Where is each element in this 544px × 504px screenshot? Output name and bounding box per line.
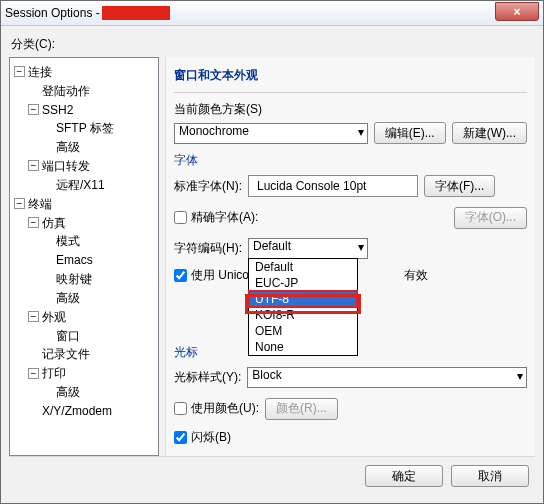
encoding-dropdown-list: Default EUC-JP UTF-8 KOI8-R OEM None	[248, 258, 358, 356]
tree-node-logfile[interactable]: 记录文件	[28, 344, 156, 363]
std-font-label: 标准字体(N):	[174, 178, 242, 195]
collapse-icon[interactable]: −	[28, 160, 39, 171]
tree-node-login[interactable]: 登陆动作	[28, 81, 156, 100]
use-color-checkbox[interactable]: 使用颜色(U):	[174, 400, 259, 417]
tree-node-sftp[interactable]: SFTP 标签	[42, 118, 156, 137]
tree-node-mapkeys[interactable]: 映射键	[42, 269, 156, 288]
new-button[interactable]: 新建(W)...	[452, 122, 527, 144]
blink-check[interactable]	[174, 431, 187, 444]
valid-suffix: 有效	[404, 267, 428, 284]
encoding-option-utf8[interactable]: UTF-8	[249, 291, 357, 307]
close-icon: ×	[513, 5, 520, 19]
collapse-icon[interactable]: −	[14, 66, 25, 77]
dialog-window: Session Options - × 分类(C): −连接 登陆动作 −SSH…	[0, 0, 544, 504]
tree-node-window[interactable]: 窗口	[42, 326, 156, 345]
font-button[interactable]: 字体(F)...	[424, 175, 495, 197]
use-color-check[interactable]	[174, 402, 187, 415]
tree-node-emacs[interactable]: Emacs	[42, 250, 156, 269]
font-button-2: 字体(O)...	[454, 207, 527, 229]
tree-node-connection[interactable]: −连接 登陆动作 −SSH2 SFTP 标签 高级 −端口转发	[14, 62, 156, 194]
tree-node-print[interactable]: −打印 高级	[28, 363, 156, 401]
tree-node-ssh2[interactable]: −SSH2 SFTP 标签 高级	[28, 100, 156, 156]
tree-node-ssh2-adv[interactable]: 高级	[42, 137, 156, 156]
scheme-label: 当前颜色方案(S)	[174, 101, 527, 118]
ok-button[interactable]: 确定	[365, 465, 443, 487]
encoding-option-oem[interactable]: OEM	[249, 323, 357, 339]
encoding-option-koi8r[interactable]: KOI8-R	[249, 307, 357, 323]
tree-node-portfwd[interactable]: −端口转发 远程/X11	[28, 156, 156, 194]
main-row: −连接 登陆动作 −SSH2 SFTP 标签 高级 −端口转发	[9, 57, 535, 456]
font-heading: 字体	[174, 152, 527, 169]
cursor-style-label: 光标样式(Y):	[174, 369, 241, 386]
cancel-button[interactable]: 取消	[451, 465, 529, 487]
scheme-select[interactable]: Monochrome	[174, 123, 368, 144]
exact-font-check[interactable]	[174, 211, 187, 224]
cursor-style-value: Block	[247, 367, 527, 388]
collapse-icon[interactable]: −	[28, 104, 39, 115]
tree-node-remote-x11[interactable]: 远程/X11	[42, 175, 156, 194]
tree-node-appearance[interactable]: −外观 窗口	[28, 307, 156, 345]
category-tree[interactable]: −连接 登陆动作 −SSH2 SFTP 标签 高级 −端口转发	[9, 57, 159, 456]
redacted-title	[102, 6, 170, 20]
category-label: 分类(C):	[11, 36, 535, 53]
encoding-label: 字符编码(H):	[174, 240, 242, 257]
encoding-option-default[interactable]: Default	[249, 259, 357, 275]
panel-title: 窗口和文本外观	[174, 63, 527, 93]
window-title: Session Options -	[5, 6, 100, 20]
tree-node-emulation[interactable]: −仿真 模式 Emacs 映射键 高级	[28, 213, 156, 307]
encoding-option-eucjp[interactable]: EUC-JP	[249, 275, 357, 291]
encoding-select-value: Default	[248, 238, 368, 259]
cursor-style-select[interactable]: Block	[247, 367, 527, 388]
exact-font-checkbox[interactable]: 精确字体(A):	[174, 209, 258, 226]
blink-checkbox[interactable]: 闪烁(B)	[174, 429, 527, 446]
color-button: 颜色(R)...	[265, 398, 338, 420]
tree-node-terminal[interactable]: −终端 −仿真 模式 Emacs 映射键 高级 −外观	[14, 194, 156, 420]
tree-node-mode[interactable]: 模式	[42, 231, 156, 250]
dialog-body: 分类(C): −连接 登陆动作 −SSH2 SFTP 标签 高级	[1, 26, 543, 503]
edit-button[interactable]: 编辑(E)...	[374, 122, 446, 144]
collapse-icon[interactable]: −	[14, 198, 25, 209]
titlebar: Session Options - ×	[1, 1, 543, 26]
tree-node-print-adv[interactable]: 高级	[42, 382, 156, 401]
close-button[interactable]: ×	[495, 2, 539, 21]
std-font-value: Lucida Console 10pt	[248, 175, 418, 197]
collapse-icon[interactable]: −	[28, 217, 39, 228]
settings-panel: 窗口和文本外观 当前颜色方案(S) Monochrome 编辑(E)... 新建…	[165, 57, 535, 456]
tree-node-xyz[interactable]: X/Y/Zmodem	[28, 401, 156, 420]
collapse-icon[interactable]: −	[28, 311, 39, 322]
encoding-option-none[interactable]: None	[249, 339, 357, 355]
encoding-select[interactable]: Default Default EUC-JP UTF-8 KOI8-R OEM …	[248, 238, 368, 259]
scheme-select-value: Monochrome	[174, 123, 368, 144]
tree-node-emu-adv[interactable]: 高级	[42, 288, 156, 307]
unicode-check[interactable]	[174, 269, 187, 282]
dialog-footer: 确定 取消	[9, 456, 535, 495]
collapse-icon[interactable]: −	[28, 368, 39, 379]
